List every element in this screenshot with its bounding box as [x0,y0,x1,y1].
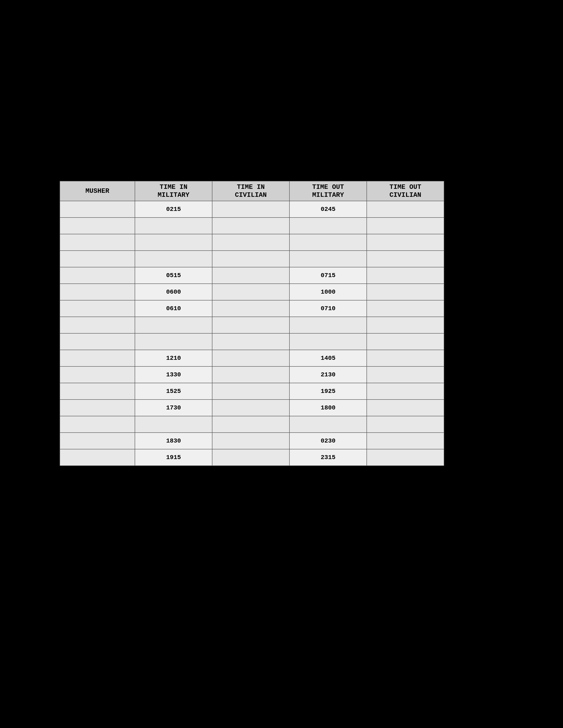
cell-row6-col3: 0710 [290,300,367,317]
table-row [60,416,444,433]
cell-row14-col3: 0230 [290,433,367,449]
table-row [60,333,444,350]
cell-row8-col0 [60,333,135,350]
cell-row5-col1: 0600 [135,284,212,300]
cell-row15-col2 [212,449,290,466]
cell-row14-col1: 1830 [135,433,212,449]
cell-row10-col4 [367,366,444,383]
table-row: 05150715 [60,267,444,284]
cell-row15-col1: 1915 [135,449,212,466]
main-table-wrapper: MUSHER TIME INMILITARY TIME INCIVILIAN T… [60,181,444,466]
table-row: 06100710 [60,300,444,317]
cell-row5-col4 [367,284,444,300]
cell-row6-col1: 0610 [135,300,212,317]
cell-row6-col0 [60,300,135,317]
table-row [60,251,444,267]
cell-row11-col2 [212,383,290,400]
cell-row6-col4 [367,300,444,317]
cell-row11-col4 [367,383,444,400]
cell-row3-col0 [60,251,135,267]
cell-row10-col1: 1330 [135,366,212,383]
cell-row1-col4 [367,218,444,234]
table-row: 06001000 [60,284,444,300]
cell-row13-col4 [367,416,444,433]
cell-row1-col0 [60,218,135,234]
cell-row7-col4 [367,317,444,333]
table-row: 13302130 [60,366,444,383]
cell-row0-col3: 0245 [290,201,367,218]
table-row [60,218,444,234]
table-row [60,234,444,251]
cell-row10-col0 [60,366,135,383]
cell-row3-col1 [135,251,212,267]
cell-row8-col2 [212,333,290,350]
cell-row4-col4 [367,267,444,284]
cell-row7-col0 [60,317,135,333]
cell-row11-col1: 1525 [135,383,212,400]
cell-row0-col1: 0215 [135,201,212,218]
cell-row4-col2 [212,267,290,284]
cell-row13-col1 [135,416,212,433]
cell-row7-col3 [290,317,367,333]
cell-row10-col3: 2130 [290,366,367,383]
table-row: 18300230 [60,433,444,449]
cell-row13-col0 [60,416,135,433]
cell-row2-col3 [290,234,367,251]
cell-row2-col4 [367,234,444,251]
cell-row9-col1: 1210 [135,350,212,366]
cell-row2-col2 [212,234,290,251]
table-row: 02150245 [60,201,444,218]
cell-row3-col4 [367,251,444,267]
cell-row0-col4 [367,201,444,218]
cell-row12-col0 [60,400,135,416]
cell-row9-col0 [60,350,135,366]
cell-row6-col2 [212,300,290,317]
time-table: MUSHER TIME INMILITARY TIME INCIVILIAN T… [60,181,444,466]
cell-row1-col3 [290,218,367,234]
cell-row14-col0 [60,433,135,449]
cell-row8-col4 [367,333,444,350]
cell-row5-col0 [60,284,135,300]
header-musher: MUSHER [60,181,135,201]
cell-row14-col4 [367,433,444,449]
header-time-out-military: TIME OUTMILITARY [290,181,367,201]
header-time-in-military: TIME INMILITARY [135,181,212,201]
cell-row12-col2 [212,400,290,416]
cell-row11-col0 [60,383,135,400]
cell-row13-col2 [212,416,290,433]
cell-row5-col3: 1000 [290,284,367,300]
cell-row4-col3: 0715 [290,267,367,284]
cell-row9-col3: 1405 [290,350,367,366]
cell-row1-col1 [135,218,212,234]
table-row [60,317,444,333]
cell-row7-col1 [135,317,212,333]
cell-row8-col1 [135,333,212,350]
cell-row14-col2 [212,433,290,449]
cell-row15-col0 [60,449,135,466]
cell-row5-col2 [212,284,290,300]
header-time-in-civilian: TIME INCIVILIAN [212,181,290,201]
cell-row3-col3 [290,251,367,267]
table-row: 15251925 [60,383,444,400]
header-time-out-civilian: TIME OUTCIVILIAN [367,181,444,201]
cell-row9-col4 [367,350,444,366]
cell-row0-col0 [60,201,135,218]
cell-row10-col2 [212,366,290,383]
cell-row15-col4 [367,449,444,466]
table-row: 17301800 [60,400,444,416]
cell-row4-col0 [60,267,135,284]
cell-row2-col0 [60,234,135,251]
cell-row11-col3: 1925 [290,383,367,400]
table-row: 12101405 [60,350,444,366]
cell-row9-col2 [212,350,290,366]
cell-row12-col1: 1730 [135,400,212,416]
cell-row4-col1: 0515 [135,267,212,284]
cell-row8-col3 [290,333,367,350]
cell-row13-col3 [290,416,367,433]
table-row: 19152315 [60,449,444,466]
cell-row7-col2 [212,317,290,333]
cell-row15-col3: 2315 [290,449,367,466]
cell-row0-col2 [212,201,290,218]
cell-row2-col1 [135,234,212,251]
cell-row1-col2 [212,218,290,234]
